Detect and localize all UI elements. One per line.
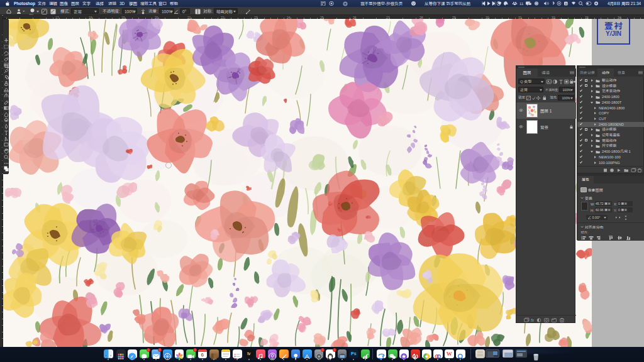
svg-text:11: 11 — [519, 2, 524, 6]
svg-text:fx: fx — [531, 318, 535, 322]
